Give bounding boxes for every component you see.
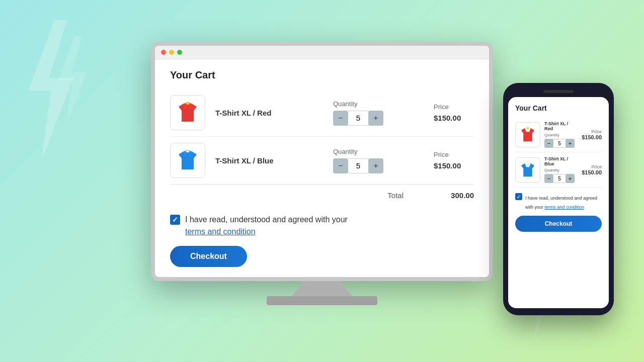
desktop-item2-qty-label: Quantity — [333, 148, 357, 155]
desktop-total-value: 300.00 — [434, 191, 474, 200]
mobile-item2-details: T-Shirt XL / Blue Quantity − 5 + — [544, 156, 578, 183]
desktop-item1-qty-label: Quantity — [333, 100, 357, 108]
mobile-checkbox-check-icon: ✓ — [517, 194, 521, 200]
mobile-item-2: T-Shirt XL / Blue Quantity − 5 + Price $… — [515, 152, 602, 188]
desktop-terms-text-prefix: I have read, understood and agreed with … — [185, 215, 348, 224]
monitor-base — [267, 296, 377, 305]
desktop-item2-price-label: Price — [434, 151, 449, 158]
desktop-item1-qty-control: − 5 + — [333, 111, 383, 126]
mobile-item2-qty-value: 5 — [553, 174, 566, 183]
desktop-total-label: Total — [387, 191, 404, 200]
mobile-item1-details: T-Shirt XL / Red Quantity − 5 + — [544, 121, 578, 148]
desktop-item2-qty-minus[interactable]: − — [333, 158, 348, 173]
desktop-cart-item-1: T-Shirt XL / Red Quantity − 5 + Price $1… — [170, 89, 474, 137]
desktop-total-row: Total 300.00 — [170, 185, 474, 206]
desktop-monitor: Your Cart T-Shirt XL / Red — [151, 42, 493, 305]
mobile-screen: Your Cart T-Shirt XL / Red Quantity − 5 … — [508, 97, 609, 308]
desktop-item2-name: T-Shirt XL / Blue — [215, 156, 333, 165]
mobile-cart-title: Your Cart — [515, 104, 602, 112]
mobile-item1-name: T-Shirt XL / Red — [544, 121, 578, 131]
desktop-cart-title: Your Cart — [170, 69, 474, 81]
svg-point-10 — [526, 127, 529, 129]
monitor-inner: Your Cart T-Shirt XL / Red — [155, 46, 489, 277]
titlebar-dot-yellow — [169, 50, 174, 55]
mobile-terms-link[interactable]: terms and condition — [545, 205, 585, 210]
desktop-checkbox-check-icon: ✓ — [172, 216, 178, 224]
desktop-item1-price-label: Price — [434, 103, 449, 111]
mobile-item2-img — [515, 157, 540, 183]
desktop-item1-quantity-section: Quantity − 5 + — [333, 100, 393, 126]
mobile-phone: Your Cart T-Shirt XL / Red Quantity − 5 … — [503, 83, 614, 315]
svg-point-12 — [526, 162, 529, 164]
titlebar-dot-red — [161, 50, 166, 55]
mobile-notch — [543, 90, 574, 93]
desktop-item1-qty-minus[interactable]: − — [333, 111, 348, 126]
mobile-terms-text-container: I have read, understood and agreed with … — [525, 193, 602, 211]
mobile-item1-qty-control: − 5 + — [544, 139, 578, 148]
titlebar-dot-green — [177, 50, 182, 55]
svg-point-5 — [186, 103, 190, 105]
svg-point-8 — [186, 150, 190, 153]
mobile-item1-qty-label: Quantity — [544, 133, 578, 137]
mobile-item1-price-value: $150.00 — [582, 134, 602, 140]
svg-marker-1 — [58, 36, 87, 125]
mobile-item2-name: T-Shirt XL / Blue — [544, 156, 578, 166]
svg-marker-9 — [521, 128, 534, 141]
mobile-item2-price-label: Price — [582, 164, 602, 169]
mobile-item1-qty-value: 5 — [553, 139, 566, 148]
desktop-cart-item-2: T-Shirt XL / Blue Quantity − 5 + Price $… — [170, 137, 474, 185]
mobile-item1-qty-minus[interactable]: − — [544, 139, 553, 148]
desktop-item1-qty-plus[interactable]: + — [368, 111, 383, 126]
svg-marker-11 — [521, 163, 534, 176]
desktop-item2-price-value: $150.00 — [434, 161, 461, 170]
desktop-item2-price-section: Price $150.00 — [434, 151, 474, 170]
desktop-checkout-button[interactable]: Checkout — [170, 246, 247, 267]
desktop-terms-link[interactable]: terms and condition — [185, 227, 256, 236]
mobile-red-tshirt-icon — [518, 125, 537, 144]
mobile-terms-row: ✓ I have read, understood and agreed wit… — [515, 193, 602, 211]
desktop-item1-image — [170, 95, 205, 130]
desktop-item1-qty-value: 5 — [348, 111, 368, 126]
desktop-item1-price-value: $150.00 — [434, 114, 461, 122]
mobile-item1-img — [515, 122, 540, 147]
desktop-item2-qty-plus[interactable]: + — [368, 158, 383, 173]
desktop-terms-text: I have read, understood and agreed with … — [185, 214, 348, 238]
mobile-item2-qty-label: Quantity — [544, 168, 578, 172]
desktop-item1-name: T-Shirt XL / Red — [215, 109, 333, 117]
mobile-item2-price-value: $150.00 — [582, 169, 602, 175]
mobile-item1-qty-plus[interactable]: + — [566, 139, 575, 148]
monitor-stand — [292, 281, 352, 296]
mobile-checkout-button[interactable]: Checkout — [515, 216, 602, 232]
desktop-terms-checkbox[interactable]: ✓ — [170, 215, 180, 225]
blue-tshirt-icon — [175, 147, 201, 173]
mobile-item2-price-section: Price $150.00 — [582, 164, 602, 175]
desktop-item2-quantity-section: Quantity − 5 + — [333, 148, 393, 173]
desktop-item2-qty-control: − 5 + — [333, 158, 383, 173]
monitor-titlebar — [155, 46, 489, 59]
desktop-cart-content: Your Cart T-Shirt XL / Red — [155, 59, 489, 277]
mobile-blue-tshirt-icon — [518, 160, 537, 179]
desktop-item2-image — [170, 143, 205, 178]
mobile-item-1: T-Shirt XL / Red Quantity − 5 + Price $1… — [515, 117, 602, 152]
mobile-item2-qty-minus[interactable]: − — [544, 174, 553, 183]
mobile-item1-price-section: Price $150.00 — [582, 129, 602, 140]
desktop-item2-qty-value: 5 — [348, 158, 368, 173]
desktop-terms-row: ✓ I have read, understood and agreed wit… — [170, 214, 474, 238]
red-tshirt-icon — [175, 100, 201, 126]
mobile-item1-price-label: Price — [582, 129, 602, 134]
mobile-terms-checkbox[interactable]: ✓ — [515, 193, 522, 200]
mobile-item2-qty-plus[interactable]: + — [566, 174, 575, 183]
lightning-left2-icon — [50, 30, 91, 131]
desktop-item1-price-section: Price $150.00 — [434, 103, 474, 122]
mobile-item2-qty-control: − 5 + — [544, 174, 578, 183]
monitor-screen: Your Cart T-Shirt XL / Red — [151, 42, 493, 281]
